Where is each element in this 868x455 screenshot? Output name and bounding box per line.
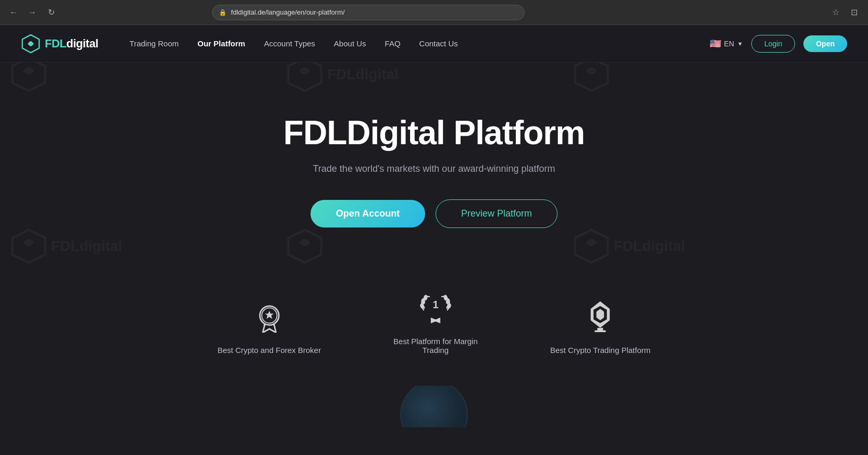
open-account-button[interactable]: Open Account [311,200,425,228]
flag-icon: 🇺🇸 [710,38,721,49]
refresh-button[interactable]: ↻ [44,5,58,20]
bookmark-button[interactable]: ☆ [828,5,843,20]
hero-title: FDLDigital Platform [283,115,585,151]
language-selector[interactable]: 🇺🇸 EN ▼ [710,38,743,49]
svg-rect-23 [594,331,606,333]
address-bar[interactable]: 🔒 fdldigital.de/language/en/our-platform… [212,5,525,20]
forward-button[interactable]: → [25,5,40,20]
nav-faq[interactable]: FAQ [385,39,401,48]
nav-trading-room[interactable]: Trading Room [130,39,179,48]
chevron-down-icon: ▼ [737,41,743,47]
award-item-1: Best Crypto and Forex Broker [218,299,321,355]
award-text-1: Best Crypto and Forex Broker [218,346,321,355]
hero-buttons: Open Account Preview Platform [311,199,557,228]
svg-point-11 [273,324,275,326]
svg-marker-9 [265,311,273,319]
hero-section: FDLDigital Platform Trade the world's ma… [0,62,868,270]
bottom-scroll-area [0,386,868,427]
awards-section: Best Crypto and Forex Broker [0,270,868,386]
svg-point-10 [264,324,266,326]
medal-icon [253,299,286,337]
award-text-2: Best Platform for Margin Trading [383,337,488,355]
logo-text: FDLdigital [45,37,98,50]
lock-icon: 🔒 [219,9,227,16]
browser-actions: ☆ ⊡ [828,5,862,20]
nav-our-platform[interactable]: Our Platform [197,39,245,48]
award-item-3: Best Crypto Trading Platform [550,299,651,355]
logo-icon [21,34,41,54]
nav-links: Trading Room Our Platform Account Types … [130,39,710,48]
hero-subtitle: Trade the world's markets with our award… [313,163,555,174]
login-button[interactable]: Login [751,35,795,53]
navbar: FDLdigital Trading Room Our Platform Acc… [0,25,868,62]
logo-link[interactable]: FDLdigital [21,34,98,54]
globe-preview [400,386,468,427]
award-text-3: Best Crypto Trading Platform [550,346,651,355]
back-button[interactable]: ← [6,5,21,20]
nav-account-types[interactable]: Account Types [264,39,315,48]
preview-platform-button[interactable]: Preview Platform [436,199,557,228]
trophy-number1-icon: 1 [419,290,452,328]
svg-text:1: 1 [432,299,438,310]
diamond-award-icon [584,299,617,337]
url-text: fdldigital.de/language/en/our-platform/ [231,8,344,16]
nav-about-us[interactable]: About Us [334,39,366,48]
browser-chrome: ← → ↻ 🔒 fdldigital.de/language/en/our-pl… [0,0,868,25]
site-wrapper: FDLdigital FDLdigital FDLdigital FDLdigi… [0,25,868,455]
award-item-2: 1 Best Platform for Margin Trading [383,290,488,355]
nav-contact-us[interactable]: Contact Us [419,39,458,48]
nav-right: 🇺🇸 EN ▼ Login Open [710,35,847,53]
open-account-nav-button[interactable]: Open [803,35,847,52]
extensions-button[interactable]: ⊡ [847,5,862,20]
